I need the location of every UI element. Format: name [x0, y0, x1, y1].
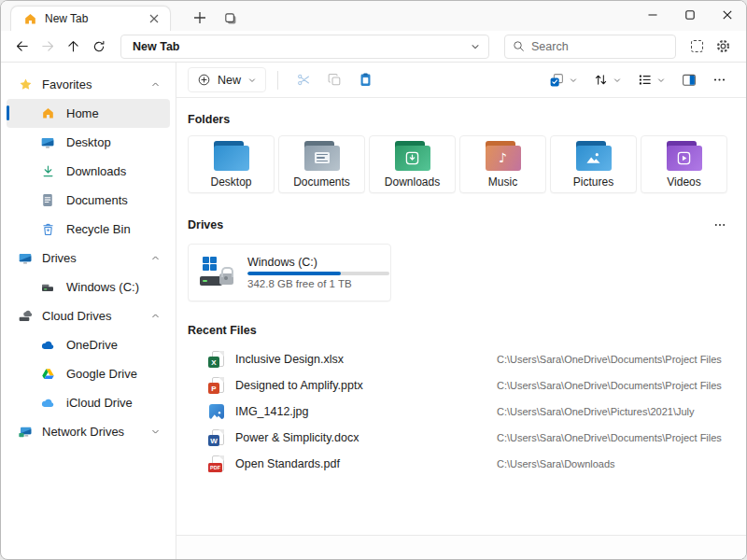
- sidebar-item-documents[interactable]: Documents: [7, 186, 170, 215]
- drive-usage-fill: [247, 272, 341, 275]
- music-note-icon: ♪: [499, 150, 507, 165]
- desktop-icon: [40, 135, 55, 150]
- drive-free-text: 342.8 GB free of 1 TB: [247, 278, 389, 289]
- chevron-up-icon[interactable]: [150, 79, 161, 90]
- network-drive-icon: [18, 425, 33, 440]
- chevron-up-icon[interactable]: [150, 253, 161, 263]
- sidebar-item-label: Desktop: [66, 135, 170, 149]
- pdf-file-icon: PDF: [208, 455, 225, 472]
- sidebar-item-label: Home: [66, 106, 170, 120]
- tab-close-icon[interactable]: [146, 10, 162, 27]
- folder-card-downloads[interactable]: Downloads: [369, 135, 456, 193]
- sidebar: Favorites Home Desktop Downloads: [1, 63, 176, 559]
- sidebar-item-home[interactable]: Home: [7, 99, 170, 128]
- sidebar-item-icloud-drive[interactable]: iCloud Drive: [7, 388, 170, 417]
- sidebar-section-label: Network Drives: [42, 425, 141, 439]
- forward-button[interactable]: [36, 34, 61, 60]
- address-bar[interactable]: New Tab: [120, 35, 489, 59]
- drive-card-windows-c[interactable]: Windows (C:) 342.8 GB free of 1 TB: [188, 244, 391, 301]
- sidebar-item-google-drive[interactable]: Google Drive: [7, 359, 170, 388]
- sidebar-section-favorites[interactable]: Favorites: [7, 70, 170, 99]
- folder-label: Documents: [293, 175, 350, 189]
- folder-card-desktop[interactable]: Desktop: [188, 135, 275, 193]
- folder-card-music[interactable]: ♪ Music: [459, 135, 546, 193]
- folders-row: Desktop Documents Downloads: [188, 135, 731, 193]
- back-button[interactable]: [10, 34, 35, 60]
- settings-gear-icon[interactable]: [712, 34, 736, 60]
- maximize-button[interactable]: [671, 1, 709, 29]
- file-name: IMG_1412.jpg: [235, 405, 497, 418]
- sort-button[interactable]: [586, 66, 628, 94]
- recycle-bin-icon: [40, 222, 55, 237]
- sidebar-item-label: Documents: [66, 193, 170, 207]
- new-tab-button[interactable]: [188, 6, 212, 30]
- main-panel: New: [176, 63, 746, 559]
- sidebar-item-label: OneDrive: [66, 338, 170, 352]
- search-box[interactable]: [504, 35, 676, 59]
- file-path: C:\Users\Sara\OneDrive\Pictures\2021\Jul…: [497, 406, 695, 417]
- ocr-select-icon[interactable]: [685, 34, 710, 60]
- file-row[interactable]: IMG_1412.jpg C:\Users\Sara\OneDrive\Pict…: [188, 399, 731, 425]
- sidebar-item-label: Google Drive: [66, 367, 170, 381]
- sidebar-section-network-drives[interactable]: Network Drives: [7, 417, 170, 446]
- refresh-button[interactable]: [88, 34, 112, 60]
- tab-new-tab[interactable]: New Tab: [10, 6, 171, 31]
- sidebar-section-drives[interactable]: Drives: [7, 244, 170, 273]
- folder-card-pictures[interactable]: Pictures: [550, 135, 637, 193]
- command-toolbar: New: [176, 63, 746, 98]
- sidebar-item-downloads[interactable]: Downloads: [7, 157, 170, 186]
- file-name: Power & Simplicity.docx: [235, 431, 497, 444]
- folder-card-documents[interactable]: Documents: [278, 135, 365, 193]
- sidebar-section-label: Cloud Drives: [42, 309, 141, 323]
- chevron-down-icon: [569, 76, 578, 85]
- circle-plus-icon: [197, 73, 211, 87]
- copy-button[interactable]: [320, 66, 349, 94]
- file-path: C:\Users\Sara\Downloads: [497, 458, 615, 469]
- address-dropdown-chevron-icon[interactable]: [470, 41, 481, 52]
- new-button[interactable]: New: [188, 67, 266, 92]
- navigation-bar: New Tab: [1, 31, 746, 63]
- document-icon: [40, 193, 55, 208]
- file-row[interactable]: X Inclusive Design.xlsx C:\Users\Sara\On…: [188, 346, 731, 372]
- address-text: New Tab: [133, 40, 464, 53]
- paste-button[interactable]: [351, 66, 380, 94]
- view-button[interactable]: [630, 66, 672, 94]
- up-button[interactable]: [62, 34, 86, 60]
- sidebar-section-cloud-drives[interactable]: Cloud Drives: [7, 301, 170, 330]
- onedrive-cloud-icon: [40, 338, 55, 353]
- folders-section-title: Folders: [188, 113, 731, 126]
- drives-more-button[interactable]: [709, 216, 731, 234]
- more-options-button[interactable]: [706, 66, 733, 94]
- file-name: Designed to Amplify.pptx: [235, 379, 497, 392]
- chevron-down-icon[interactable]: [150, 427, 161, 437]
- minimize-button[interactable]: [634, 1, 671, 29]
- icloud-cloud-icon: [40, 396, 55, 411]
- cut-button[interactable]: [289, 66, 318, 94]
- details-pane-button[interactable]: [674, 66, 704, 94]
- folder-card-videos[interactable]: Videos: [641, 135, 727, 193]
- desktop-folder-icon: [212, 141, 251, 171]
- chevron-up-icon[interactable]: [150, 311, 161, 321]
- sidebar-item-windows-c[interactable]: Windows (C:): [7, 273, 170, 301]
- pictures-folder-icon: [574, 141, 613, 171]
- sidebar-item-label: Downloads: [66, 164, 170, 178]
- select-button[interactable]: [542, 66, 585, 94]
- sidebar-item-label: Windows (C:): [66, 280, 170, 294]
- file-row[interactable]: PDF Open Standards.pdf C:\Users\Sara\Dow…: [188, 451, 731, 477]
- sidebar-item-onedrive[interactable]: OneDrive: [7, 330, 170, 359]
- image-file-icon: [208, 403, 225, 420]
- file-row[interactable]: W Power & Simplicity.docx C:\Users\Sara\…: [188, 425, 731, 451]
- tab-title: New Tab: [45, 12, 138, 25]
- tab-list-icon[interactable]: [218, 6, 242, 30]
- status-bar: [176, 535, 746, 559]
- file-name: Open Standards.pdf: [235, 457, 497, 470]
- file-row[interactable]: P Designed to Amplify.pptx C:\Users\Sara…: [188, 372, 731, 399]
- chevron-down-icon: [656, 76, 666, 85]
- sidebar-item-desktop[interactable]: Desktop: [7, 128, 170, 157]
- sidebar-section-label: Favorites: [42, 77, 141, 91]
- search-input[interactable]: [531, 40, 668, 53]
- folder-label: Pictures: [573, 175, 613, 189]
- recent-files-section-title: Recent Files: [188, 324, 731, 337]
- close-button[interactable]: [709, 1, 746, 29]
- sidebar-item-recycle-bin[interactable]: Recycle Bin: [7, 215, 170, 244]
